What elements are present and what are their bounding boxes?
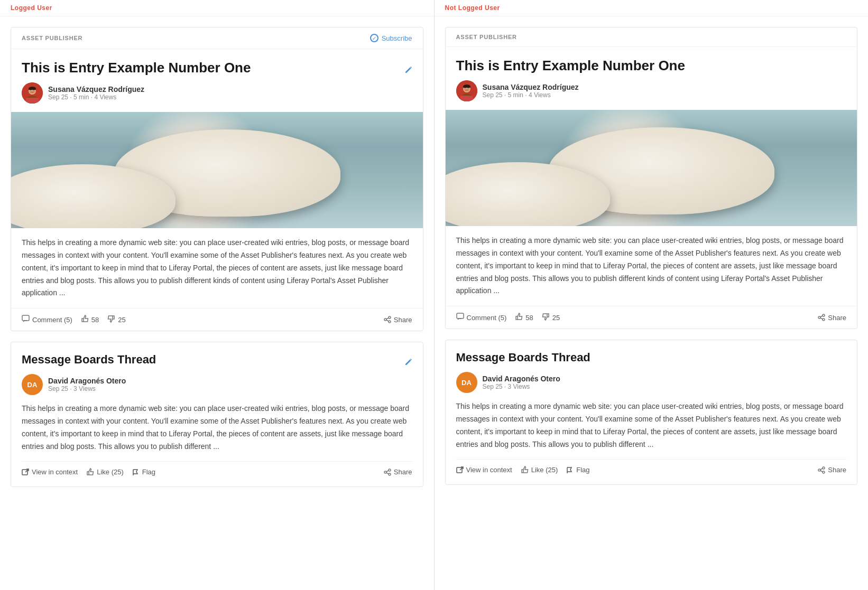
- svg-point-14: [389, 473, 391, 475]
- left-dislike-count: 25: [118, 316, 125, 324]
- left-thread-avatar: DA: [22, 374, 43, 395]
- svg-point-25: [823, 319, 825, 321]
- left-thumbs-down-icon: [107, 315, 115, 324]
- right-like-action[interactable]: 58: [515, 313, 533, 322]
- svg-point-23: [823, 314, 825, 316]
- left-thread-edit-icon[interactable]: [404, 358, 412, 369]
- logged-user-label: Logged User: [0, 0, 434, 16]
- right-comment-label: Comment (5): [467, 314, 507, 322]
- left-panel-title: ASSET PUBLISHER: [22, 35, 82, 41]
- left-thumbs-up-icon: [81, 315, 89, 324]
- right-thread-avatar-initials: DA: [461, 379, 472, 387]
- right-thread-body: This helps in creating a more dynamic we…: [456, 400, 847, 451]
- right-view-context-button[interactable]: View in context: [456, 466, 512, 474]
- left-entry-edit-icon[interactable]: [404, 66, 412, 77]
- right-thread-author-meta: Sep 25 · 3 Views: [483, 383, 560, 390]
- left-comment-icon: [22, 315, 30, 324]
- right-thread-footer: View in context Like (25) Flag: [456, 459, 847, 474]
- left-panel-header: ASSET PUBLISHER ✓ Subscribe: [11, 27, 423, 49]
- left-view-context-button[interactable]: View in context: [22, 468, 78, 476]
- svg-rect-22: [457, 313, 464, 319]
- left-entry-title-row: This is Entry Example Number One: [22, 60, 412, 82]
- svg-rect-21: [460, 96, 473, 101]
- left-thread-body: This helps in creating a more dynamic we…: [22, 402, 412, 453]
- right-thumbs-up-icon: [515, 313, 523, 322]
- right-comment-icon: [456, 313, 464, 322]
- right-footer-actions: Comment (5) 58 25: [456, 313, 560, 322]
- right-panel-header: ASSET PUBLISHER: [446, 27, 857, 47]
- right-author-avatar: [456, 80, 477, 101]
- svg-rect-6: [26, 98, 39, 104]
- left-entry-footer: Comment (5) 58 25: [11, 308, 423, 331]
- svg-point-10: [389, 321, 391, 323]
- left-thread-share-label: Share: [394, 468, 412, 476]
- left-thread-section: Message Boards Thread DA David Aragonés …: [11, 342, 423, 486]
- left-food-image-inner: [11, 112, 423, 228]
- svg-point-9: [384, 319, 386, 321]
- right-entry-title: This is Entry Example Number One: [456, 58, 685, 74]
- left-thread-author-row: DA David Aragonés Otero Sep 25 · 3 Views: [22, 374, 412, 395]
- right-author-meta: Sep 25 · 5 min · 4 Views: [483, 91, 579, 99]
- right-entry-body: This helps in creating a more dynamic we…: [446, 235, 857, 306]
- left-thread-author-meta: Sep 25 · 3 Views: [48, 385, 126, 392]
- logged-user-column: Logged User ASSET PUBLISHER ✓ Subscribe …: [0, 0, 435, 590]
- right-author-name: Susana Vázquez Rodríguez: [483, 83, 579, 91]
- right-flag-button[interactable]: Flag: [566, 466, 589, 474]
- right-author-info: Susana Vázquez Rodríguez Sep 25 · 5 min …: [483, 83, 579, 99]
- svg-rect-7: [22, 315, 29, 321]
- left-footer-actions: Comment (5) 58 25: [22, 315, 126, 324]
- right-thread-like-label: Like (25): [531, 466, 558, 474]
- left-author-info: Susana Vázquez Rodríguez Sep 25 · 5 min …: [48, 85, 144, 101]
- subscribe-button[interactable]: ✓ Subscribe: [370, 34, 412, 42]
- left-food-image: [11, 112, 423, 228]
- left-like-count: 58: [91, 316, 99, 324]
- right-flag-label: Flag: [576, 466, 589, 474]
- left-thread-like-action[interactable]: Like (25): [86, 468, 124, 476]
- right-view-context-label: View in context: [466, 466, 512, 474]
- left-comment-action[interactable]: Comment (5): [22, 315, 72, 324]
- right-author-row: Susana Vázquez Rodríguez Sep 25 · 5 min …: [456, 80, 847, 101]
- left-view-context-label: View in context: [32, 468, 78, 476]
- right-food-image-inner: [446, 110, 857, 226]
- right-thread-share-button[interactable]: Share: [818, 466, 846, 474]
- right-thread-footer-left: View in context Like (25) Flag: [456, 466, 590, 474]
- right-thread-title: Message Boards Thread: [456, 351, 590, 364]
- not-logged-user-column: Not Logged User ASSET PUBLISHER This is …: [435, 0, 869, 590]
- left-asset-publisher-panel: ASSET PUBLISHER ✓ Subscribe This is Entr…: [11, 27, 423, 331]
- right-dislike-action[interactable]: 25: [542, 313, 560, 322]
- right-thread-avatar: DA: [456, 372, 477, 393]
- left-thread-avatar-initials: DA: [27, 381, 38, 389]
- left-author-row: Susana Vázquez Rodríguez Sep 25 · 5 min …: [22, 82, 412, 104]
- left-dislike-action[interactable]: 25: [107, 315, 125, 324]
- left-thread-author-name: David Aragonés Otero: [48, 377, 126, 385]
- left-thread-panel: Message Boards Thread DA David Aragonés …: [11, 342, 423, 487]
- left-thread-author-info: David Aragonés Otero Sep 25 · 3 Views: [48, 377, 126, 392]
- left-flag-label: Flag: [142, 468, 155, 476]
- svg-point-27: [823, 467, 825, 469]
- svg-point-29: [823, 471, 825, 473]
- right-thread-panel: Message Boards Thread DA David Aragonés …: [445, 340, 858, 485]
- left-thread-footer: View in context Like (25) Flag: [22, 461, 412, 476]
- right-panel-title: ASSET PUBLISHER: [456, 34, 517, 40]
- right-thread-like-action[interactable]: Like (25): [521, 466, 558, 474]
- svg-point-13: [384, 471, 386, 473]
- left-like-action[interactable]: 58: [81, 315, 99, 324]
- subscribe-label: Subscribe: [382, 34, 412, 42]
- left-author-avatar: [22, 82, 43, 104]
- left-entry-section: This is Entry Example Number One: [11, 49, 423, 104]
- left-share-label: Share: [394, 316, 412, 324]
- right-entry-title-row: This is Entry Example Number One: [456, 58, 847, 80]
- left-flag-button[interactable]: Flag: [132, 468, 155, 476]
- left-author-name: Susana Vázquez Rodríguez: [48, 85, 144, 93]
- right-thread-author-row: DA David Aragonés Otero Sep 25 · 3 Views: [456, 372, 847, 393]
- right-share-button[interactable]: Share: [818, 314, 846, 322]
- right-asset-publisher-panel: ASSET PUBLISHER This is Entry Example Nu…: [445, 27, 858, 329]
- right-thread-author-name: David Aragonés Otero: [483, 374, 560, 383]
- right-comment-action[interactable]: Comment (5): [456, 313, 507, 322]
- left-entry-title: This is Entry Example Number One: [22, 60, 251, 76]
- left-thread-share-button[interactable]: Share: [384, 468, 412, 476]
- left-thread-title-row: Message Boards Thread: [22, 353, 412, 374]
- right-like-count: 58: [525, 314, 533, 322]
- left-share-button[interactable]: Share: [384, 316, 412, 324]
- right-entry-section: This is Entry Example Number One: [446, 47, 857, 101]
